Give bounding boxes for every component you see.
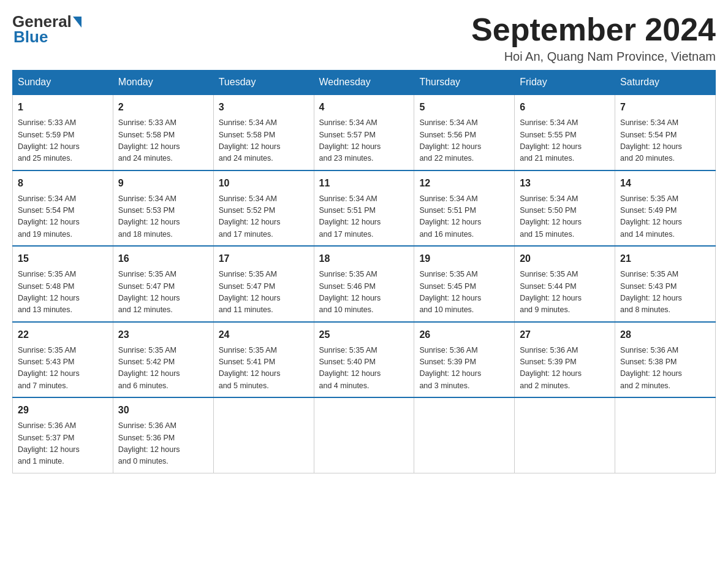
calendar-day-cell: 3Sunrise: 5:34 AM Sunset: 5:58 PM Daylig…: [213, 94, 314, 170]
day-number: 2: [118, 100, 208, 115]
location-subtitle: Hoi An, Quang Nam Province, Vietnam: [471, 50, 716, 64]
calendar-day-cell: 2Sunrise: 5:33 AM Sunset: 5:58 PM Daylig…: [113, 94, 213, 170]
day-info: Sunrise: 5:35 AM Sunset: 5:43 PM Dayligh…: [18, 345, 108, 393]
day-info: Sunrise: 5:34 AM Sunset: 5:52 PM Dayligh…: [219, 193, 309, 241]
empty-cell: [515, 397, 615, 473]
calendar-day-cell: 14Sunrise: 5:35 AM Sunset: 5:49 PM Dayli…: [615, 170, 716, 247]
calendar-day-cell: 11Sunrise: 5:34 AM Sunset: 5:51 PM Dayli…: [314, 170, 414, 247]
day-info: Sunrise: 5:35 AM Sunset: 5:48 PM Dayligh…: [18, 269, 108, 316]
day-number: 15: [18, 251, 108, 266]
calendar-day-cell: 7Sunrise: 5:34 AM Sunset: 5:54 PM Daylig…: [615, 94, 716, 170]
calendar-day-cell: 22Sunrise: 5:35 AM Sunset: 5:43 PM Dayli…: [13, 322, 113, 398]
calendar-day-cell: 19Sunrise: 5:35 AM Sunset: 5:45 PM Dayli…: [414, 246, 515, 322]
day-number: 22: [18, 327, 108, 342]
calendar-day-cell: 25Sunrise: 5:35 AM Sunset: 5:40 PM Dayli…: [314, 322, 414, 398]
logo-arrow-icon: [73, 17, 82, 28]
day-info: Sunrise: 5:36 AM Sunset: 5:39 PM Dayligh…: [419, 345, 509, 393]
day-info: Sunrise: 5:34 AM Sunset: 5:58 PM Dayligh…: [219, 117, 309, 165]
day-info: Sunrise: 5:36 AM Sunset: 5:37 PM Dayligh…: [18, 420, 108, 468]
calendar-day-cell: 26Sunrise: 5:36 AM Sunset: 5:39 PM Dayli…: [414, 322, 515, 398]
day-of-week-saturday: Saturday: [615, 71, 716, 95]
day-of-week-wednesday: Wednesday: [314, 71, 414, 95]
calendar-day-cell: 12Sunrise: 5:34 AM Sunset: 5:51 PM Dayli…: [414, 170, 515, 247]
day-info: Sunrise: 5:34 AM Sunset: 5:57 PM Dayligh…: [319, 117, 409, 165]
day-number: 24: [219, 327, 309, 342]
day-number: 21: [620, 251, 710, 266]
day-info: Sunrise: 5:36 AM Sunset: 5:36 PM Dayligh…: [118, 420, 208, 468]
empty-cell: [615, 397, 716, 473]
day-number: 7: [620, 100, 710, 115]
calendar-header-row: SundayMondayTuesdayWednesdayThursdayFrid…: [13, 71, 716, 95]
calendar-day-cell: 18Sunrise: 5:35 AM Sunset: 5:46 PM Dayli…: [314, 246, 414, 322]
title-section: September 2024 Hoi An, Quang Nam Provinc…: [471, 12, 716, 64]
calendar-week-row: 1Sunrise: 5:33 AM Sunset: 5:59 PM Daylig…: [13, 94, 716, 170]
day-number: 23: [118, 327, 208, 342]
calendar-table: SundayMondayTuesdayWednesdayThursdayFrid…: [12, 70, 716, 473]
day-number: 14: [620, 176, 710, 191]
calendar-week-row: 8Sunrise: 5:34 AM Sunset: 5:54 PM Daylig…: [13, 170, 716, 247]
calendar-day-cell: 6Sunrise: 5:34 AM Sunset: 5:55 PM Daylig…: [515, 94, 615, 170]
calendar-day-cell: 21Sunrise: 5:35 AM Sunset: 5:43 PM Dayli…: [615, 246, 716, 322]
calendar-day-cell: 27Sunrise: 5:36 AM Sunset: 5:39 PM Dayli…: [515, 322, 615, 398]
day-info: Sunrise: 5:35 AM Sunset: 5:40 PM Dayligh…: [319, 345, 409, 393]
day-info: Sunrise: 5:34 AM Sunset: 5:55 PM Dayligh…: [520, 117, 610, 165]
day-info: Sunrise: 5:34 AM Sunset: 5:54 PM Dayligh…: [18, 193, 108, 241]
day-number: 8: [18, 176, 108, 191]
logo: General Blue: [12, 12, 83, 47]
day-of-week-monday: Monday: [113, 71, 213, 95]
day-of-week-tuesday: Tuesday: [213, 71, 314, 95]
day-info: Sunrise: 5:34 AM Sunset: 5:50 PM Dayligh…: [520, 193, 610, 241]
day-number: 11: [319, 176, 409, 191]
day-info: Sunrise: 5:34 AM Sunset: 5:51 PM Dayligh…: [319, 193, 409, 241]
day-info: Sunrise: 5:36 AM Sunset: 5:38 PM Dayligh…: [620, 345, 710, 393]
calendar-day-cell: 13Sunrise: 5:34 AM Sunset: 5:50 PM Dayli…: [515, 170, 615, 247]
calendar-day-cell: 23Sunrise: 5:35 AM Sunset: 5:42 PM Dayli…: [113, 322, 213, 398]
calendar-day-cell: 30Sunrise: 5:36 AM Sunset: 5:36 PM Dayli…: [113, 397, 213, 473]
day-number: 9: [118, 176, 208, 191]
day-info: Sunrise: 5:34 AM Sunset: 5:54 PM Dayligh…: [620, 117, 710, 165]
calendar-day-cell: 5Sunrise: 5:34 AM Sunset: 5:56 PM Daylig…: [414, 94, 515, 170]
day-info: Sunrise: 5:34 AM Sunset: 5:51 PM Dayligh…: [419, 193, 509, 241]
day-info: Sunrise: 5:35 AM Sunset: 5:42 PM Dayligh…: [118, 345, 208, 393]
day-info: Sunrise: 5:35 AM Sunset: 5:43 PM Dayligh…: [620, 269, 710, 316]
day-number: 12: [419, 176, 509, 191]
day-number: 20: [520, 251, 610, 266]
calendar-day-cell: 17Sunrise: 5:35 AM Sunset: 5:47 PM Dayli…: [213, 246, 314, 322]
calendar-day-cell: 29Sunrise: 5:36 AM Sunset: 5:37 PM Dayli…: [13, 397, 113, 473]
day-number: 1: [18, 100, 108, 115]
day-info: Sunrise: 5:33 AM Sunset: 5:59 PM Dayligh…: [18, 117, 108, 165]
day-number: 19: [419, 251, 509, 266]
empty-cell: [414, 397, 515, 473]
day-number: 3: [219, 100, 309, 115]
month-year-title: September 2024: [471, 12, 716, 47]
calendar-day-cell: 10Sunrise: 5:34 AM Sunset: 5:52 PM Dayli…: [213, 170, 314, 247]
calendar-week-row: 15Sunrise: 5:35 AM Sunset: 5:48 PM Dayli…: [13, 246, 716, 322]
day-of-week-sunday: Sunday: [13, 71, 113, 95]
day-info: Sunrise: 5:35 AM Sunset: 5:47 PM Dayligh…: [118, 269, 208, 316]
calendar-week-row: 29Sunrise: 5:36 AM Sunset: 5:37 PM Dayli…: [13, 397, 716, 473]
day-info: Sunrise: 5:35 AM Sunset: 5:41 PM Dayligh…: [219, 345, 309, 393]
day-number: 26: [419, 327, 509, 342]
day-number: 30: [118, 403, 208, 418]
day-number: 25: [319, 327, 409, 342]
day-number: 13: [520, 176, 610, 191]
day-info: Sunrise: 5:35 AM Sunset: 5:44 PM Dayligh…: [520, 269, 610, 316]
calendar-day-cell: 9Sunrise: 5:34 AM Sunset: 5:53 PM Daylig…: [113, 170, 213, 247]
day-of-week-friday: Friday: [515, 71, 615, 95]
day-number: 27: [520, 327, 610, 342]
day-info: Sunrise: 5:36 AM Sunset: 5:39 PM Dayligh…: [520, 345, 610, 393]
day-number: 18: [319, 251, 409, 266]
day-number: 10: [219, 176, 309, 191]
day-of-week-thursday: Thursday: [414, 71, 515, 95]
calendar-day-cell: 15Sunrise: 5:35 AM Sunset: 5:48 PM Dayli…: [13, 246, 113, 322]
day-number: 28: [620, 327, 710, 342]
calendar-day-cell: 1Sunrise: 5:33 AM Sunset: 5:59 PM Daylig…: [13, 94, 113, 170]
calendar-day-cell: 16Sunrise: 5:35 AM Sunset: 5:47 PM Dayli…: [113, 246, 213, 322]
calendar-day-cell: 28Sunrise: 5:36 AM Sunset: 5:38 PM Dayli…: [615, 322, 716, 398]
page-header: General Blue September 2024 Hoi An, Quan…: [12, 12, 716, 64]
day-info: Sunrise: 5:35 AM Sunset: 5:46 PM Dayligh…: [319, 269, 409, 316]
day-info: Sunrise: 5:35 AM Sunset: 5:45 PM Dayligh…: [419, 269, 509, 316]
day-number: 6: [520, 100, 610, 115]
day-info: Sunrise: 5:33 AM Sunset: 5:58 PM Dayligh…: [118, 117, 208, 165]
day-info: Sunrise: 5:34 AM Sunset: 5:53 PM Dayligh…: [118, 193, 208, 241]
